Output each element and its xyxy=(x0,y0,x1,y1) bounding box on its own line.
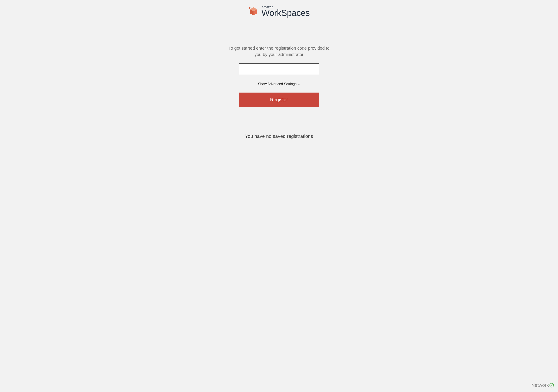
svg-point-4 xyxy=(550,383,554,387)
workspaces-cube-icon xyxy=(248,6,259,17)
check-circle-icon xyxy=(549,383,554,388)
advanced-settings-label: Show Advanced Settings xyxy=(258,82,296,86)
no-saved-registrations-text: You have no saved registrations xyxy=(245,134,313,139)
svg-marker-3 xyxy=(249,7,251,9)
logo-text: amazon WorkSpaces xyxy=(261,5,310,17)
logo-text-product: WorkSpaces xyxy=(261,9,310,17)
instruction-text: To get started enter the registration co… xyxy=(225,45,333,58)
network-status-label: Network xyxy=(531,383,549,388)
advanced-settings-toggle[interactable]: Show Advanced Settings xyxy=(258,82,300,86)
network-status[interactable]: Network xyxy=(531,383,554,388)
chevron-down-icon xyxy=(298,83,300,85)
product-logo: amazon WorkSpaces xyxy=(248,5,310,17)
registration-code-input[interactable] xyxy=(239,63,319,74)
register-button[interactable]: Register xyxy=(239,93,319,107)
